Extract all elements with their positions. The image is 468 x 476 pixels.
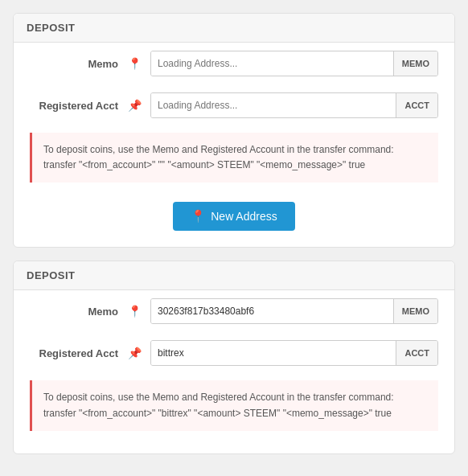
acct-btn-2[interactable]: ACCT: [396, 341, 437, 365]
memo-label-2: Memo: [30, 306, 118, 318]
acct-pin-icon-1: 📌: [126, 99, 142, 112]
deposit-card-2: DEPOSIT Memo 📍 MEMO Registered Acct 📌 AC…: [13, 261, 455, 453]
new-address-label: New Address: [211, 210, 277, 223]
memo-btn-1[interactable]: MEMO: [393, 51, 437, 76]
acct-label-1: Registered Acct: [30, 100, 118, 112]
acct-input-2[interactable]: [151, 341, 396, 365]
acct-input-wrap-1: ACCT: [150, 92, 438, 118]
memo-pin-icon-2: 📍: [126, 305, 142, 318]
acct-input-wrap-2: ACCT: [150, 340, 438, 366]
memo-input-wrap-1: MEMO: [150, 51, 438, 76]
info-box-2: To deposit coins, use the Memo and Regis…: [30, 380, 438, 430]
memo-row-1: Memo 📍 MEMO: [14, 43, 454, 84]
memo-row-2: Memo 📍 MEMO: [14, 290, 454, 332]
memo-btn-2[interactable]: MEMO: [393, 299, 437, 323]
acct-row-2: Registered Acct 📌 ACCT: [14, 332, 454, 374]
acct-row-1: Registered Acct 📌 ACCT: [14, 84, 454, 126]
memo-input-1[interactable]: [151, 51, 393, 76]
acct-label-2: Registered Acct: [30, 347, 118, 359]
card2-header: DEPOSIT: [14, 261, 454, 290]
memo-input-2[interactable]: [151, 299, 393, 323]
deposit-card-1: DEPOSIT Memo 📍 MEMO Registered Acct 📌 AC…: [13, 13, 455, 248]
acct-pin-icon-2: 📌: [126, 347, 142, 359]
acct-btn-1[interactable]: ACCT: [396, 93, 437, 117]
memo-label-1: Memo: [30, 58, 118, 70]
info-line2-2: transfer "<from_account>" "bittrex" "<am…: [43, 406, 427, 421]
memo-pin-icon-1: 📍: [126, 57, 142, 70]
new-address-row: 📍 New Address: [14, 189, 454, 231]
info-line1-2: To deposit coins, use the Memo and Regis…: [43, 390, 427, 405]
memo-input-wrap-2: MEMO: [150, 298, 438, 324]
new-address-icon: 📍: [191, 209, 206, 224]
info-line2-1: transfer "<from_account>" "" "<amount> S…: [43, 158, 427, 173]
new-address-button[interactable]: 📍 New Address: [173, 202, 294, 231]
info-line1-1: To deposit coins, use the Memo and Regis…: [43, 142, 427, 158]
card1-header: DEPOSIT: [14, 14, 454, 43]
acct-input-1[interactable]: [151, 93, 396, 117]
info-box-1: To deposit coins, use the Memo and Regis…: [30, 133, 438, 183]
